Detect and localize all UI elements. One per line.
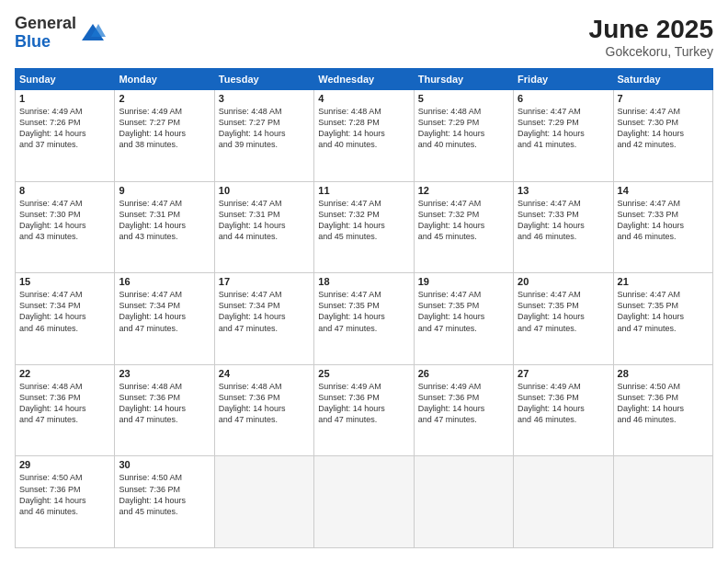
- table-row: 11Sunrise: 4:47 AMSunset: 7:32 PMDayligh…: [314, 181, 414, 273]
- day-info: Sunrise: 4:49 AMSunset: 7:27 PMDaylight:…: [119, 106, 210, 151]
- table-row: 29Sunrise: 4:50 AMSunset: 7:36 PMDayligh…: [16, 456, 115, 548]
- month-title: June 2025: [589, 15, 713, 44]
- table-row: 21Sunrise: 4:47 AMSunset: 7:35 PMDayligh…: [613, 273, 712, 365]
- day-number: 27: [518, 368, 609, 379]
- table-row: 26Sunrise: 4:49 AMSunset: 7:36 PMDayligh…: [414, 364, 513, 456]
- day-number: 3: [219, 93, 310, 104]
- day-number: 2: [119, 93, 210, 104]
- col-friday: Friday: [514, 69, 613, 90]
- day-number: 25: [318, 368, 409, 379]
- logo-blue: Blue: [15, 33, 76, 52]
- day-info: Sunrise: 4:47 AMSunset: 7:35 PMDaylight:…: [318, 289, 409, 334]
- day-number: 29: [19, 459, 110, 470]
- day-info: Sunrise: 4:48 AMSunset: 7:36 PMDaylight:…: [219, 381, 310, 426]
- day-info: Sunrise: 4:47 AMSunset: 7:29 PMDaylight:…: [518, 106, 609, 151]
- day-info: Sunrise: 4:47 AMSunset: 7:32 PMDaylight:…: [418, 198, 509, 243]
- logo-general: General: [15, 15, 76, 33]
- table-row: 4Sunrise: 4:48 AMSunset: 7:28 PMDaylight…: [314, 90, 414, 182]
- table-row: 7Sunrise: 4:47 AMSunset: 7:30 PMDaylight…: [613, 90, 712, 182]
- day-info: Sunrise: 4:47 AMSunset: 7:35 PMDaylight:…: [518, 289, 609, 334]
- day-info: Sunrise: 4:49 AMSunset: 7:26 PMDaylight:…: [19, 106, 110, 151]
- table-row: 28Sunrise: 4:50 AMSunset: 7:36 PMDayligh…: [613, 364, 712, 456]
- table-row: 17Sunrise: 4:47 AMSunset: 7:34 PMDayligh…: [214, 273, 313, 365]
- day-number: 20: [518, 276, 609, 287]
- day-number: 10: [219, 185, 310, 196]
- day-number: 7: [618, 93, 709, 104]
- table-row: 22Sunrise: 4:48 AMSunset: 7:36 PMDayligh…: [16, 364, 115, 456]
- logo-text: General Blue: [15, 15, 76, 52]
- day-info: Sunrise: 4:47 AMSunset: 7:32 PMDaylight:…: [318, 198, 409, 243]
- table-row: [514, 456, 613, 548]
- day-info: Sunrise: 4:50 AMSunset: 7:36 PMDaylight:…: [119, 472, 210, 517]
- day-number: 12: [418, 185, 509, 196]
- table-row: 16Sunrise: 4:47 AMSunset: 7:34 PMDayligh…: [115, 273, 214, 365]
- table-row: [314, 456, 414, 548]
- day-info: Sunrise: 4:48 AMSunset: 7:27 PMDaylight:…: [219, 106, 310, 151]
- table-row: 23Sunrise: 4:48 AMSunset: 7:36 PMDayligh…: [115, 364, 214, 456]
- day-info: Sunrise: 4:47 AMSunset: 7:34 PMDaylight:…: [219, 289, 310, 334]
- table-row: [414, 456, 513, 548]
- calendar-week-row: 1Sunrise: 4:49 AMSunset: 7:26 PMDaylight…: [16, 90, 713, 182]
- table-row: 12Sunrise: 4:47 AMSunset: 7:32 PMDayligh…: [414, 181, 513, 273]
- table-row: 5Sunrise: 4:48 AMSunset: 7:29 PMDaylight…: [414, 90, 513, 182]
- col-tuesday: Tuesday: [214, 69, 313, 90]
- day-number: 4: [318, 93, 409, 104]
- day-info: Sunrise: 4:47 AMSunset: 7:31 PMDaylight:…: [119, 198, 210, 243]
- col-sunday: Sunday: [16, 69, 115, 90]
- col-monday: Monday: [115, 69, 214, 90]
- day-number: 23: [119, 368, 210, 379]
- logo: General Blue: [15, 15, 106, 52]
- day-number: 19: [418, 276, 509, 287]
- day-number: 15: [19, 276, 110, 287]
- day-info: Sunrise: 4:48 AMSunset: 7:28 PMDaylight:…: [318, 106, 409, 151]
- table-row: 10Sunrise: 4:47 AMSunset: 7:31 PMDayligh…: [214, 181, 313, 273]
- page: General Blue June 2025 Gokcekoru, Turkey…: [0, 0, 728, 563]
- table-row: 25Sunrise: 4:49 AMSunset: 7:36 PMDayligh…: [314, 364, 414, 456]
- day-info: Sunrise: 4:47 AMSunset: 7:35 PMDaylight:…: [618, 289, 709, 334]
- day-info: Sunrise: 4:47 AMSunset: 7:30 PMDaylight:…: [19, 198, 110, 243]
- logo-icon: [80, 20, 106, 46]
- day-info: Sunrise: 4:49 AMSunset: 7:36 PMDaylight:…: [318, 381, 409, 426]
- day-number: 11: [318, 185, 409, 196]
- col-wednesday: Wednesday: [314, 69, 414, 90]
- table-row: 3Sunrise: 4:48 AMSunset: 7:27 PMDaylight…: [214, 90, 313, 182]
- table-row: 14Sunrise: 4:47 AMSunset: 7:33 PMDayligh…: [613, 181, 712, 273]
- table-row: [613, 456, 712, 548]
- day-info: Sunrise: 4:47 AMSunset: 7:35 PMDaylight:…: [418, 289, 509, 334]
- calendar-week-row: 8Sunrise: 4:47 AMSunset: 7:30 PMDaylight…: [16, 181, 713, 273]
- table-row: 8Sunrise: 4:47 AMSunset: 7:30 PMDaylight…: [16, 181, 115, 273]
- table-row: 27Sunrise: 4:49 AMSunset: 7:36 PMDayligh…: [514, 364, 613, 456]
- table-row: [214, 456, 313, 548]
- day-info: Sunrise: 4:49 AMSunset: 7:36 PMDaylight:…: [418, 381, 509, 426]
- day-info: Sunrise: 4:49 AMSunset: 7:36 PMDaylight:…: [518, 381, 609, 426]
- day-number: 28: [618, 368, 709, 379]
- day-number: 16: [119, 276, 210, 287]
- calendar-week-row: 22Sunrise: 4:48 AMSunset: 7:36 PMDayligh…: [16, 364, 713, 456]
- day-number: 17: [219, 276, 310, 287]
- day-number: 13: [518, 185, 609, 196]
- day-number: 18: [318, 276, 409, 287]
- day-number: 26: [418, 368, 509, 379]
- calendar-header-row: Sunday Monday Tuesday Wednesday Thursday…: [16, 69, 713, 90]
- table-row: 1Sunrise: 4:49 AMSunset: 7:26 PMDaylight…: [16, 90, 115, 182]
- header: General Blue June 2025 Gokcekoru, Turkey: [15, 15, 713, 59]
- day-info: Sunrise: 4:47 AMSunset: 7:31 PMDaylight:…: [219, 198, 310, 243]
- day-info: Sunrise: 4:48 AMSunset: 7:36 PMDaylight:…: [119, 381, 210, 426]
- calendar-week-row: 29Sunrise: 4:50 AMSunset: 7:36 PMDayligh…: [16, 456, 713, 548]
- day-info: Sunrise: 4:50 AMSunset: 7:36 PMDaylight:…: [618, 381, 709, 426]
- day-info: Sunrise: 4:47 AMSunset: 7:33 PMDaylight:…: [518, 198, 609, 243]
- table-row: 15Sunrise: 4:47 AMSunset: 7:34 PMDayligh…: [16, 273, 115, 365]
- day-info: Sunrise: 4:50 AMSunset: 7:36 PMDaylight:…: [19, 472, 110, 517]
- table-row: 20Sunrise: 4:47 AMSunset: 7:35 PMDayligh…: [514, 273, 613, 365]
- table-row: 13Sunrise: 4:47 AMSunset: 7:33 PMDayligh…: [514, 181, 613, 273]
- day-number: 6: [518, 93, 609, 104]
- day-info: Sunrise: 4:48 AMSunset: 7:36 PMDaylight:…: [19, 381, 110, 426]
- day-number: 1: [19, 93, 110, 104]
- day-info: Sunrise: 4:48 AMSunset: 7:29 PMDaylight:…: [418, 106, 509, 151]
- table-row: 19Sunrise: 4:47 AMSunset: 7:35 PMDayligh…: [414, 273, 513, 365]
- table-row: 24Sunrise: 4:48 AMSunset: 7:36 PMDayligh…: [214, 364, 313, 456]
- calendar-week-row: 15Sunrise: 4:47 AMSunset: 7:34 PMDayligh…: [16, 273, 713, 365]
- day-number: 21: [618, 276, 709, 287]
- table-row: 9Sunrise: 4:47 AMSunset: 7:31 PMDaylight…: [115, 181, 214, 273]
- day-number: 14: [618, 185, 709, 196]
